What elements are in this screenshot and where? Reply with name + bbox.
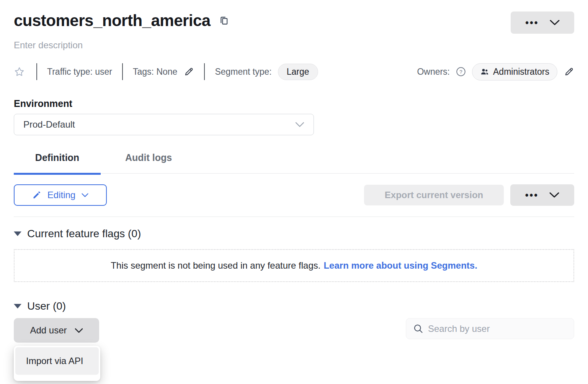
definition-toolbar: Editing Export current version •••	[14, 184, 574, 206]
add-user-dropdown-button[interactable]: Add user	[14, 318, 99, 343]
divider	[14, 217, 574, 217]
copy-name-button[interactable]	[219, 15, 229, 26]
pencil-icon	[32, 190, 41, 200]
chevron-down-icon	[75, 328, 83, 333]
description-field[interactable]: Enter description	[14, 40, 574, 51]
empty-state-message: This segment is not being used in any fe…	[111, 260, 320, 271]
caret-down-icon	[14, 304, 21, 309]
star-icon	[14, 66, 25, 77]
pencil-icon	[183, 66, 194, 77]
search-icon	[413, 323, 423, 334]
menu-item-import-via-api[interactable]: Import via API	[15, 347, 99, 375]
feature-flags-empty-state: This segment is not being used in any fe…	[14, 249, 574, 282]
chevron-down-icon	[82, 193, 88, 197]
environment-label: Environment	[14, 98, 574, 109]
favorite-star-button[interactable]	[14, 66, 25, 77]
ellipsis-icon: •••	[525, 18, 539, 28]
traffic-type-label: Traffic type: user	[47, 67, 112, 77]
edit-owners-button[interactable]	[564, 66, 574, 77]
learn-more-link[interactable]: Learn more about using Segments.	[323, 260, 477, 271]
feature-flags-section-toggle[interactable]: Current feature flags (0)	[14, 228, 574, 240]
feature-flags-section-title: Current feature flags (0)	[27, 228, 141, 240]
people-icon	[480, 67, 489, 76]
header-more-menu-button[interactable]: •••	[511, 11, 574, 34]
search-by-user-input[interactable]	[428, 323, 567, 334]
page-title: customers_north_america	[14, 11, 211, 30]
header: customers_north_america •••	[14, 0, 574, 34]
tab-definition[interactable]: Definition	[14, 152, 101, 174]
owners-badge[interactable]: Administrators	[472, 63, 557, 80]
edit-tags-button[interactable]	[183, 66, 194, 77]
definition-more-menu-button[interactable]: •••	[510, 184, 574, 206]
caret-down-icon	[14, 231, 21, 236]
svg-text:?: ?	[459, 69, 462, 75]
chevron-down-icon	[295, 122, 304, 128]
help-icon: ?	[456, 67, 466, 77]
owners-help-button[interactable]: ?	[456, 67, 466, 77]
editing-label: Editing	[47, 190, 75, 200]
tags-label: Tags: None	[133, 67, 177, 77]
add-user-label: Add user	[30, 325, 67, 336]
environment-selected-value: Prod-Default	[23, 119, 75, 130]
segment-detail-page: customers_north_america ••• Enter descri…	[0, 0, 588, 384]
segment-type-label: Segment type:	[215, 67, 271, 77]
user-section-toggle[interactable]: User (0)	[14, 300, 574, 312]
divider	[36, 63, 37, 80]
owners-label: Owners:	[417, 67, 450, 77]
tab-bar: Definition Audit logs	[14, 152, 574, 174]
add-user-dropdown-menu: Import via API	[14, 346, 100, 381]
user-section-controls: Add user Import via API	[14, 318, 574, 343]
export-current-version-button[interactable]: Export current version	[364, 185, 504, 205]
segment-type-badge: Large	[278, 64, 318, 80]
divider	[204, 63, 205, 80]
editing-status-dropdown[interactable]: Editing	[14, 184, 107, 206]
tab-audit-logs[interactable]: Audit logs	[101, 152, 196, 174]
divider	[122, 63, 123, 80]
pencil-icon	[564, 66, 574, 77]
user-search-box	[406, 318, 574, 339]
chevron-down-icon	[549, 192, 559, 198]
owners-value: Administrators	[493, 67, 549, 77]
environment-select[interactable]: Prod-Default	[14, 114, 314, 135]
chevron-down-icon	[550, 20, 560, 26]
user-section-title: User (0)	[27, 300, 66, 312]
copy-icon	[219, 15, 229, 26]
meta-row: Traffic type: user Tags: None Segment ty…	[14, 63, 574, 80]
ellipsis-icon: •••	[525, 190, 539, 200]
